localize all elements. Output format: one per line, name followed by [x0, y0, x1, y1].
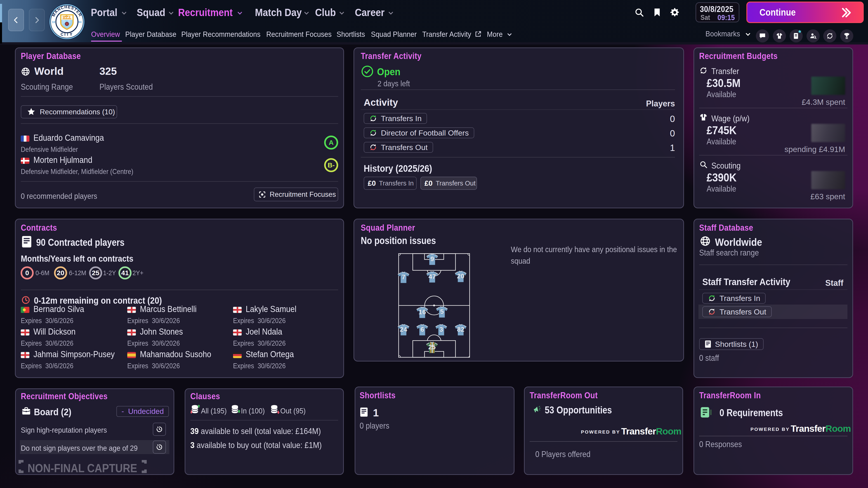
- svg-text:9: 9: [430, 255, 434, 263]
- svg-text:CITY: CITY: [61, 32, 73, 37]
- svg-text:6: 6: [421, 326, 424, 333]
- svg-text:20: 20: [457, 272, 464, 280]
- svg-text:24: 24: [400, 326, 407, 333]
- svg-text:3: 3: [439, 326, 443, 333]
- svg-text:7: 7: [402, 273, 405, 281]
- svg-text:5: 5: [440, 308, 444, 315]
- svg-text:82: 82: [457, 326, 464, 333]
- svg-text:18: 18: [52, 20, 55, 24]
- svg-text:25: 25: [428, 344, 436, 351]
- svg-text:94: 94: [78, 20, 82, 24]
- svg-text:16: 16: [418, 308, 426, 316]
- svg-text:47: 47: [429, 273, 436, 280]
